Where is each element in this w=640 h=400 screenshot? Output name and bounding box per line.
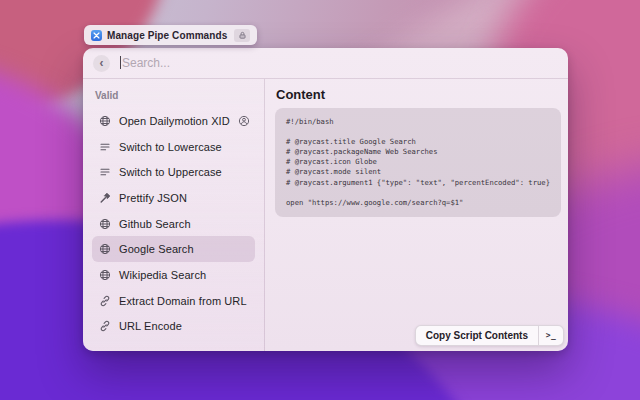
command-pill-label: Manage Pipe Commands bbox=[107, 30, 227, 41]
list-item[interactable]: Wikipedia Search bbox=[92, 262, 255, 288]
window-body: Valid Open Dailymotion XIDSwitch to Lowe… bbox=[83, 79, 568, 351]
script-code-block: #!/bin/bash # @raycast.title Google Sear… bbox=[275, 108, 561, 217]
command-list-panel: Valid Open Dailymotion XIDSwitch to Lowe… bbox=[83, 79, 265, 351]
list-item[interactable]: Prettify JSON bbox=[92, 185, 255, 211]
list-item-label: Prettify JSON bbox=[119, 192, 187, 204]
list-item-label: Wikipedia Search bbox=[119, 269, 206, 281]
list-item[interactable]: Extract Domain from URL bbox=[92, 288, 255, 314]
search-bar: ‹ bbox=[83, 48, 568, 78]
list-item[interactable]: Github Search bbox=[92, 211, 255, 237]
back-button[interactable]: ‹ bbox=[93, 55, 110, 72]
list-item[interactable]: URL Encode bbox=[92, 314, 255, 340]
lock-icon bbox=[234, 29, 250, 42]
command-pill[interactable]: Manage Pipe Commands bbox=[84, 25, 257, 45]
link-icon bbox=[99, 295, 111, 307]
raycast-window: ‹ Valid Open Dailymotion XIDSwitch to Lo… bbox=[83, 48, 568, 351]
list-item-label: Switch to Lowercase bbox=[119, 141, 222, 153]
text-lines-icon bbox=[99, 166, 111, 178]
list-item-label: Extract Domain from URL bbox=[119, 295, 247, 307]
search-field bbox=[118, 48, 558, 78]
footer-action-buttons: Copy Script Contents >_ bbox=[415, 325, 564, 346]
list-item[interactable]: Google Search bbox=[92, 236, 255, 262]
search-input[interactable] bbox=[118, 48, 562, 78]
globe-icon bbox=[99, 115, 111, 127]
desktop: Manage Pipe Commands ‹ Valid Open Dailym… bbox=[0, 0, 640, 400]
sidebar-list: Open Dailymotion XIDSwitch to LowercaseS… bbox=[92, 108, 255, 339]
list-item[interactable]: Switch to Uppercase bbox=[92, 159, 255, 185]
terminal-button[interactable]: >_ bbox=[539, 326, 563, 345]
globe-icon bbox=[99, 243, 111, 255]
list-item[interactable]: Switch to Lowercase bbox=[92, 134, 255, 160]
person-circle-icon bbox=[238, 115, 250, 127]
script-code: #!/bin/bash # @raycast.title Google Sear… bbox=[286, 117, 550, 208]
copy-script-button[interactable]: Copy Script Contents bbox=[416, 326, 538, 345]
list-item-label: Google Search bbox=[119, 243, 194, 255]
globe-icon bbox=[99, 218, 111, 230]
globe-icon bbox=[99, 269, 111, 281]
list-item-label: Github Search bbox=[119, 218, 191, 230]
link-icon bbox=[99, 320, 111, 332]
detail-panel: Content #!/bin/bash # @raycast.title Goo… bbox=[265, 79, 568, 351]
back-chevron-icon: ‹ bbox=[100, 57, 104, 69]
text-lines-icon bbox=[99, 141, 111, 153]
section-header: Valid bbox=[95, 90, 255, 101]
terminal-icon: >_ bbox=[546, 331, 557, 340]
hammer-icon bbox=[99, 192, 111, 204]
list-item-label: Open Dailymotion XID bbox=[119, 115, 230, 127]
blue-app-icon bbox=[91, 30, 102, 41]
list-item[interactable]: Open Dailymotion XID bbox=[92, 108, 255, 134]
list-item-label: URL Encode bbox=[119, 320, 182, 332]
list-item-label: Switch to Uppercase bbox=[119, 166, 222, 178]
content-heading: Content bbox=[276, 87, 561, 102]
